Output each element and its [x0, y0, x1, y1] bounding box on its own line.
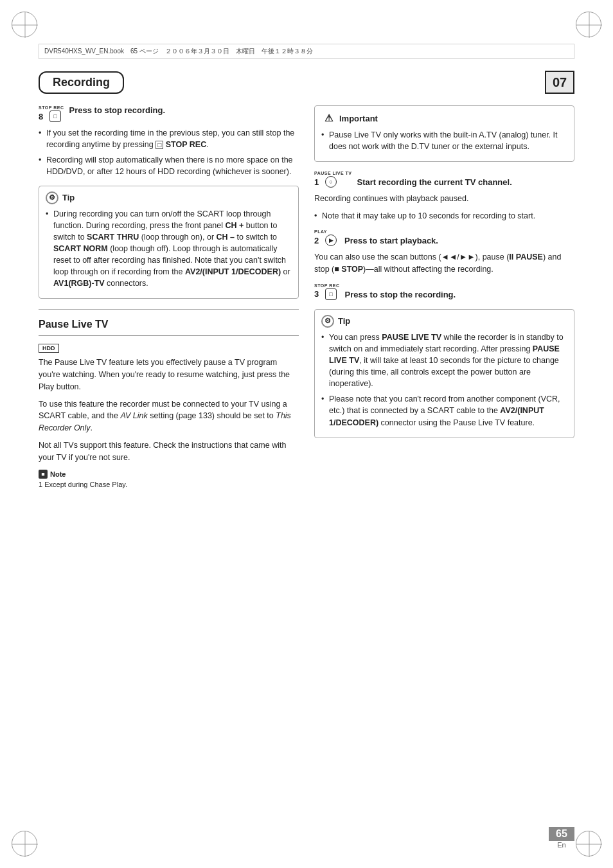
title-bar: Recording 07 — [39, 71, 574, 94]
note-header: ■ Note — [39, 470, 299, 479]
page-number-area: 65 En — [549, 827, 574, 849]
step1-icon-label: PAUSE LIVE TV — [314, 171, 352, 175]
tip-header-left: ⚙ Tip — [46, 191, 292, 204]
note-label: Note — [50, 470, 66, 478]
tip-icon-left: ⚙ — [46, 191, 58, 204]
note-section: ■ Note 1 Except during Chase Play. — [39, 470, 299, 488]
main-content: Recording 07 STOP REC 8 □ Press to stop … — [39, 71, 574, 817]
step1-bullet-1: Note that it may take up to 10 seconds f… — [314, 210, 574, 222]
step1-heading: Start recording the current TV channel. — [357, 177, 512, 187]
important-bullet-1: Pause Live TV only works with the built-… — [321, 129, 567, 152]
corner-mark-tl — [12, 12, 37, 37]
step3-number: 3 — [314, 289, 323, 299]
page-header: DVR540HXS_WV_EN.book 65 ページ ２００６年３月３０日 木… — [39, 44, 574, 59]
note-text: 1 Except during Chase Play. — [39, 481, 127, 488]
step2-content: Press to start playback. — [344, 236, 438, 245]
content-columns: STOP REC 8 □ Press to stop recording. If… — [39, 105, 574, 488]
important-icon: ⚠ — [321, 111, 335, 125]
tip-bullet-2-right: Please note that you can't record from a… — [321, 393, 567, 428]
pause-live-tv-heading: Pause Live TV — [39, 319, 299, 330]
tip-icon-right: ⚙ — [321, 315, 334, 328]
step8-heading: Press to stop recording. — [69, 105, 166, 115]
step3-heading: Press to stop the recording. — [345, 290, 456, 299]
step2-wrapper: PLAY 2 ▶ Press to start playback. You ca… — [314, 229, 574, 276]
step8-bullet-1: If you set the recording time in the pre… — [39, 127, 299, 150]
step1-number: 1 — [314, 177, 323, 187]
corner-mark-tr — [576, 12, 601, 37]
step3-content: Press to stop the recording. — [345, 290, 456, 299]
tip-bullets-right: You can press PAUSE LIVE TV while the re… — [321, 332, 567, 429]
step2-icon-label: PLAY — [314, 229, 327, 234]
step1-wrapper: PAUSE LIVE TV 1 ○ Start recording the cu… — [314, 171, 574, 222]
important-header: ⚠ Important — [321, 111, 567, 125]
step8-icon-label: STOP REC — [39, 105, 64, 110]
hdd-badge: HDD — [39, 344, 59, 353]
tip-label-right: Tip — [338, 316, 350, 326]
step2-icon: ▶ — [325, 235, 337, 246]
step2-body: You can also use the scan buttons (◄◄/►►… — [314, 251, 574, 276]
corner-mark-br — [576, 831, 601, 856]
tip-header-right: ⚙ Tip — [321, 315, 567, 328]
step1-icon: ○ — [325, 176, 337, 188]
note-icon: ■ — [39, 470, 48, 479]
header-text: DVR540HXS_WV_EN.book 65 ページ ２００６年３月３０日 木… — [44, 47, 313, 56]
step1-bullets: Note that it may take up to 10 seconds f… — [314, 210, 574, 222]
tip-box-right: ⚙ Tip You can press PAUSE LIVE TV while … — [314, 309, 574, 438]
right-column: ⚠ Important Pause Live TV only works wit… — [314, 105, 574, 488]
important-label: Important — [339, 114, 378, 123]
step-1: PAUSE LIVE TV 1 ○ Start recording the cu… — [314, 171, 574, 188]
step2-number: 2 — [314, 236, 323, 245]
step3-icon-label: STOP REC — [314, 283, 340, 288]
chapter-number: 07 — [545, 71, 574, 94]
pause-para-3: Not all TVs support this feature. Check … — [39, 439, 299, 464]
tip-bullet-1-right: You can press PAUSE LIVE TV while the re… — [321, 332, 567, 390]
important-bullets: Pause Live TV only works with the built-… — [321, 129, 567, 152]
pause-live-tv-divider — [39, 309, 299, 314]
chapter-title: Recording — [39, 71, 124, 94]
step8-content: Press to stop recording. — [69, 105, 166, 115]
step8-number: 8 — [39, 112, 48, 121]
left-column: STOP REC 8 □ Press to stop recording. If… — [39, 105, 299, 488]
step8-bullets: If you set the recording time in the pre… — [39, 127, 299, 178]
page-lang: En — [557, 841, 565, 849]
pause-para-2: To use this feature the recorder must be… — [39, 398, 299, 434]
step8-icon: □ — [49, 111, 61, 122]
step1-body: Recording continues with playback paused… — [314, 193, 574, 205]
tip-label-left: Tip — [62, 193, 75, 202]
pause-live-tv-rule — [39, 335, 299, 336]
corner-mark-bl — [12, 831, 37, 856]
step-3: STOP REC 3 □ Press to stop the recording… — [314, 283, 574, 300]
important-box: ⚠ Important Pause Live TV only works wit… — [314, 105, 574, 162]
tip-bullets-left: During recording you can turn on/off the… — [46, 208, 292, 290]
tip-box-left: ⚙ Tip During recording you can turn on/o… — [39, 186, 299, 299]
step3-wrapper: STOP REC 3 □ Press to stop the recording… — [314, 283, 574, 300]
step8-bullet-2: Recording will stop automatically when t… — [39, 154, 299, 177]
page-number-box: 65 — [549, 827, 574, 841]
step2-heading: Press to start playback. — [344, 236, 438, 245]
step-2: PLAY 2 ▶ Press to start playback. — [314, 229, 574, 246]
step1-content: Start recording the current TV channel. — [357, 177, 512, 187]
step-8: STOP REC 8 □ Press to stop recording. — [39, 105, 299, 122]
tip-bullet-1-left: During recording you can turn on/off the… — [46, 208, 292, 290]
step3-icon: □ — [325, 288, 337, 300]
pause-para-1: The Pause Live TV feature lets you effec… — [39, 357, 299, 393]
